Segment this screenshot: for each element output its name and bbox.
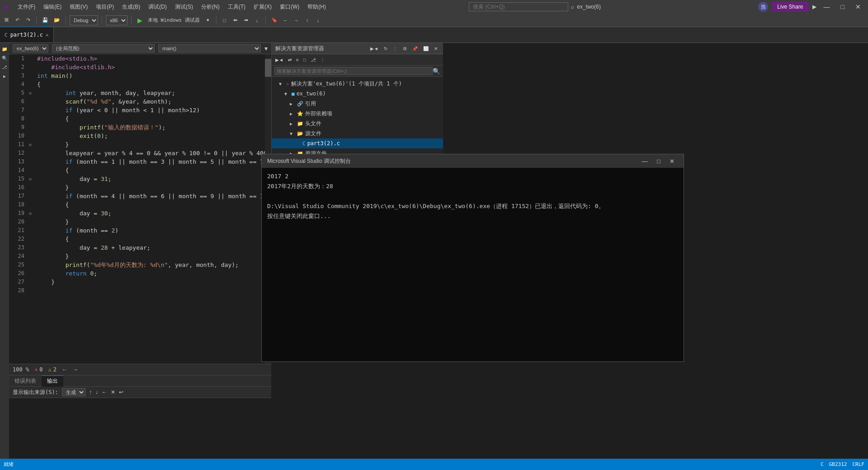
collapse-5	[27, 71, 33, 80]
user-avatar[interactable]: 浩	[758, 2, 768, 12]
tree-project[interactable]: ▼ ■ ex_two(6)	[272, 89, 443, 99]
run-button[interactable]: ▶	[135, 16, 144, 25]
toolbar-undo[interactable]: ↶	[13, 16, 22, 24]
nav-back[interactable]: ←	[62, 366, 67, 373]
menu-window[interactable]: 窗口(W)	[276, 2, 303, 12]
toolbar-btn-6[interactable]: →	[292, 17, 301, 24]
tree-solution[interactable]: ▼ ◆ 解决方案'ex_two(6)'(1 个项目/共 1 个)	[272, 79, 443, 89]
toolbar-back[interactable]: ⌘	[2, 16, 11, 24]
menu-test[interactable]: 测试(S)	[171, 2, 197, 12]
output-wrap[interactable]: ↩	[119, 389, 123, 395]
nav-forward[interactable]: →	[73, 366, 78, 373]
se-float[interactable]: ⬜	[421, 45, 430, 52]
se-properties[interactable]: ≡	[294, 57, 301, 63]
activity-git[interactable]: ⎇	[0, 63, 9, 71]
collapse-3[interactable]	[27, 54, 33, 63]
liveshare-button[interactable]: Live Share	[772, 2, 808, 12]
tree-external[interactable]: ▶ ⭐ 外部依赖项	[272, 109, 443, 119]
bottom-tab-output[interactable]: 输出	[42, 375, 63, 387]
editor-toggle[interactable]: ▾	[264, 45, 268, 52]
scope-select[interactable]: (全局范围)	[52, 44, 155, 52]
activity-debug[interactable]: ▶	[0, 72, 9, 80]
collapse-26	[27, 252, 33, 261]
collapse-13[interactable]: ⊟	[27, 140, 33, 149]
tree-references[interactable]: ▶ 🔗 引用	[272, 99, 443, 109]
hdr-label: 头文件	[305, 120, 321, 128]
activity-search[interactable]: 🔍	[0, 54, 9, 62]
bottom-tab-errors[interactable]: 错误列表	[9, 375, 42, 387]
output-left[interactable]: ←	[102, 389, 107, 395]
menu-file[interactable]: 文件(F)	[14, 2, 39, 12]
tab-close-btn[interactable]: ✕	[46, 32, 49, 38]
search-input[interactable]	[469, 2, 568, 11]
se-collapse-btn[interactable]: ▶◄	[274, 57, 285, 63]
close-button[interactable]: ✕	[852, 0, 864, 14]
collapse-7[interactable]: ⊟	[27, 89, 33, 97]
output-up[interactable]: ↑	[89, 389, 92, 395]
activity-explorer[interactable]: 📁	[0, 45, 9, 53]
se-settings[interactable]: ⚙	[401, 45, 409, 52]
toolbar-btn-7[interactable]: ↑	[303, 17, 312, 24]
arch-dropdown[interactable]: x86	[106, 15, 127, 25]
bookmark-btn[interactable]: 🔖	[269, 16, 279, 24]
output-clear[interactable]: ✕	[111, 389, 115, 395]
menu-tools[interactable]: 工具(T)	[224, 2, 249, 12]
toolbar-open[interactable]: 📂	[52, 16, 62, 24]
minimize-button[interactable]: —	[820, 0, 834, 14]
collapse-21[interactable]: ⊟	[27, 209, 33, 218]
warning-count[interactable]: ⚠ 2	[48, 366, 57, 373]
code-body[interactable]: #include<stdio.h> #include<stdlib.h> int…	[33, 54, 265, 364]
file-select[interactable]: ex_two(6)	[13, 44, 48, 52]
se-pin[interactable]: 📌	[410, 45, 420, 52]
status-text: 就绪	[4, 461, 14, 468]
toolbar-save-all[interactable]: 💾	[40, 16, 50, 24]
tree-file-part3[interactable]: C part3(2).c	[272, 138, 443, 148]
se-header: 解决方案资源管理器 ▶◄ ↻ ⋮ ⚙ 📌 ⬜ ✕	[272, 43, 443, 54]
toolbar-btn-5[interactable]: ←	[281, 17, 290, 24]
toolbar-btn-4[interactable]: ↓	[253, 17, 262, 24]
se-refresh[interactable]: ↻	[382, 45, 389, 52]
config-dropdown[interactable]: Debug	[70, 15, 98, 25]
toolbar-btn-2[interactable]: ⬅	[231, 16, 240, 24]
toolbar-btn-3[interactable]: ➡	[242, 16, 251, 24]
toolbar-btn-8[interactable]: ↓	[314, 17, 323, 24]
collapse-17[interactable]: ⊟	[27, 175, 33, 183]
tree-headers[interactable]: ▶ 📁 头文件	[272, 119, 443, 128]
line-numbers: 1 2 3 4 5 6 7 8 9 10 11 12 13 14 15 16 1	[9, 54, 27, 364]
se-filter2[interactable]: ⋮	[319, 57, 327, 63]
menu-edit[interactable]: 编辑(E)	[40, 2, 65, 12]
se-collapse[interactable]: ▶◄	[368, 45, 380, 52]
menu-build[interactable]: 生成(B)	[118, 2, 144, 12]
error-count[interactable]: ✕ 0	[34, 366, 42, 373]
console-close[interactable]: ✕	[666, 158, 678, 165]
menu-debug[interactable]: 调试(D)	[145, 2, 170, 12]
tree-sources[interactable]: ▼ 📂 源文件	[272, 128, 443, 138]
menu-analyze[interactable]: 分析(N)	[198, 2, 223, 12]
output-down[interactable]: ↓	[95, 389, 98, 395]
func-select[interactable]: main()	[158, 44, 261, 52]
ext-icon: ⭐	[297, 111, 303, 117]
console-min[interactable]: —	[638, 158, 651, 165]
menu-project[interactable]: 项目(P)	[92, 2, 118, 12]
share-icon: ▶	[812, 4, 816, 10]
scroll-thumb[interactable]	[265, 59, 271, 77]
menu-extensions[interactable]: 扩展(X)	[250, 2, 275, 12]
se-search-input[interactable]	[274, 67, 433, 75]
toolbar-btn-1[interactable]: □	[220, 17, 229, 24]
toolbar-redo[interactable]: ↷	[24, 16, 33, 24]
se-filter[interactable]: ⋮	[391, 45, 399, 52]
console-max[interactable]: □	[653, 158, 664, 165]
menu-view[interactable]: 视图(V)	[66, 2, 91, 12]
run-dropdown[interactable]: ▾	[203, 16, 212, 24]
maximize-button[interactable]: □	[837, 0, 848, 14]
se-search-btn[interactable]: 🔍	[433, 68, 440, 75]
se-sync[interactable]: ⇄	[286, 57, 293, 63]
tab-part3[interactable]: C part3(2).c ✕	[0, 27, 54, 43]
ln-25: 25	[9, 261, 24, 269]
se-preview[interactable]: □	[302, 57, 308, 63]
se-git[interactable]: ⎇	[309, 57, 318, 63]
se-close[interactable]: ✕	[432, 45, 439, 52]
menu-help[interactable]: 帮助(H)	[304, 2, 330, 12]
output-source-select[interactable]: 生成	[62, 388, 85, 396]
code-line-23: day = 28 + leapyear;	[37, 243, 265, 252]
